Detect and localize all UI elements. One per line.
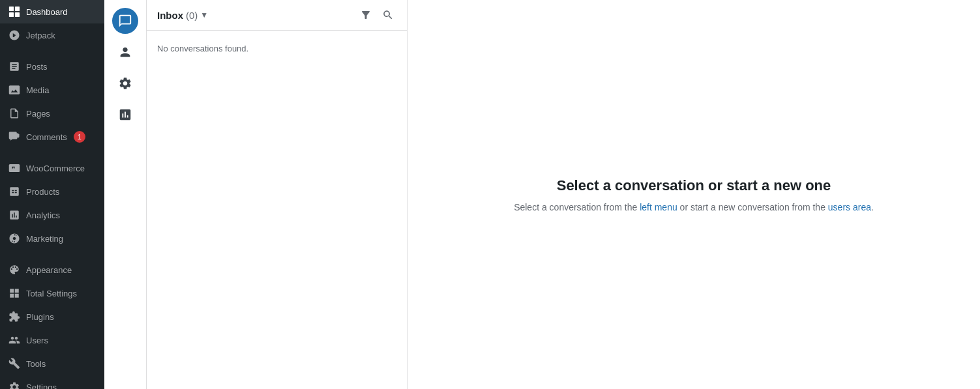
svg-rect-2 — [9, 12, 14, 17]
sidebar-item-users[interactable]: Users — [0, 328, 104, 352]
svg-rect-1 — [15, 7, 20, 11]
comments-icon — [8, 130, 21, 143]
tools-icon — [8, 357, 21, 370]
sidebar-item-products[interactable]: Products — [0, 180, 104, 203]
sidebar-label-dashboard: Dashboard — [26, 7, 68, 17]
sidebar-label-products: Products — [26, 187, 59, 197]
sidebar-item-settings[interactable]: Settings — [0, 375, 104, 389]
sidebar-item-dashboard[interactable]: Dashboard — [0, 0, 104, 23]
sidebar-label-plugins: Plugins — [26, 312, 54, 322]
woocommerce-icon — [8, 162, 21, 175]
comments-badge: 1 — [74, 131, 85, 143]
svg-rect-0 — [9, 7, 14, 11]
msg-icon-analytics[interactable] — [112, 102, 138, 128]
sidebar-label-total-settings: Total Settings — [26, 289, 77, 298]
inbox-title: Inbox (0) ▼ — [157, 10, 352, 21]
sidebar-item-posts[interactable]: Posts — [0, 55, 104, 78]
sidebar-item-media[interactable]: Media — [0, 78, 104, 102]
conversations-header: Inbox (0) ▼ — [147, 0, 407, 31]
sidebar-label-woocommerce: WooCommerce — [26, 164, 85, 173]
pages-icon — [8, 107, 21, 120]
sidebar-item-jetpack[interactable]: Jetpack — [0, 23, 104, 47]
total-settings-icon — [8, 287, 21, 300]
main-subtitle: Select a conversation from the left menu… — [514, 202, 874, 212]
sidebar-label-jetpack: Jetpack — [26, 31, 55, 40]
sidebar-item-comments[interactable]: Comments 1 — [0, 125, 104, 149]
sidebar: Dashboard Jetpack Posts Media Pages Comm… — [0, 0, 104, 389]
sidebar-label-appearance: Appearance — [26, 265, 72, 275]
conversations-panel: Inbox (0) ▼ No conversations found. — [147, 0, 408, 389]
media-icon — [8, 83, 21, 96]
svg-rect-3 — [15, 12, 20, 17]
sidebar-label-marketing: Marketing — [26, 234, 63, 244]
users-icon — [8, 334, 21, 347]
sidebar-label-tools: Tools — [26, 359, 46, 369]
plugins-icon — [8, 310, 21, 323]
users-area-link[interactable]: users area — [828, 202, 871, 212]
msg-icon-contacts[interactable] — [112, 39, 138, 65]
sidebar-label-pages: Pages — [26, 109, 50, 119]
main-title: Select a conversation or start a new one — [557, 177, 831, 194]
sidebar-label-media: Media — [26, 85, 49, 95]
main-content: Select a conversation or start a new one… — [408, 0, 980, 389]
no-conversations-text: No conversations found. — [147, 31, 407, 66]
sidebar-item-plugins[interactable]: Plugins — [0, 305, 104, 328]
sidebar-label-comments: Comments — [26, 132, 67, 142]
left-menu-link[interactable]: left menu — [640, 202, 677, 212]
search-button[interactable] — [379, 7, 396, 23]
appearance-icon — [8, 263, 21, 276]
sidebar-item-appearance[interactable]: Appearance — [0, 258, 104, 281]
sidebar-item-analytics[interactable]: Analytics — [0, 203, 104, 227]
sidebar-item-woocommerce[interactable]: WooCommerce — [0, 156, 104, 180]
sidebar-label-posts: Posts — [26, 62, 48, 72]
sidebar-label-analytics: Analytics — [26, 210, 60, 220]
sidebar-item-pages[interactable]: Pages — [0, 102, 104, 125]
inbox-label: Inbox — [157, 10, 183, 21]
sidebar-label-settings: Settings — [26, 382, 57, 390]
sidebar-label-users: Users — [26, 336, 48, 345]
msg-icon-messages[interactable] — [112, 8, 138, 34]
posts-icon — [8, 60, 21, 73]
sidebar-item-total-settings[interactable]: Total Settings — [0, 281, 104, 305]
msg-icon-settings[interactable] — [112, 70, 138, 96]
dashboard-icon — [8, 5, 21, 18]
jetpack-icon — [8, 29, 21, 42]
sidebar-item-marketing[interactable]: Marketing — [0, 227, 104, 250]
products-icon — [8, 185, 21, 198]
sidebar-item-tools[interactable]: Tools — [0, 352, 104, 375]
chevron-down-icon[interactable]: ▼ — [200, 10, 208, 20]
filter-button[interactable] — [357, 7, 374, 23]
inbox-count: (0) — [186, 10, 198, 21]
messaging-sidebar — [104, 0, 147, 389]
analytics-icon — [8, 209, 21, 222]
marketing-icon — [8, 232, 21, 245]
settings-icon — [8, 381, 21, 389]
